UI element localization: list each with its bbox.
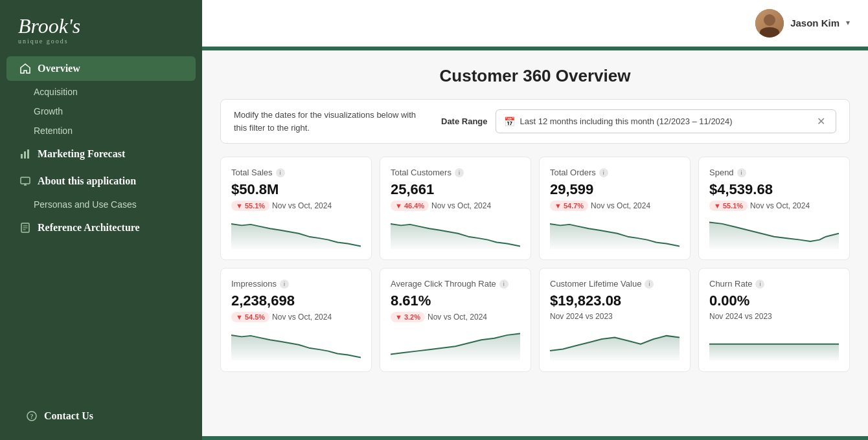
user-menu[interactable]: Jason Kim ▾ bbox=[755, 9, 850, 38]
metric-change: Nov 2024 vs 2023 bbox=[550, 312, 680, 321]
metric-title: Total Customers i bbox=[391, 168, 520, 177]
change-badge: ▼ 3.2% bbox=[391, 312, 425, 322]
sparkline bbox=[550, 217, 680, 249]
arrow-down-icon: ▼ bbox=[236, 202, 243, 210]
close-icon[interactable]: ✕ bbox=[814, 115, 828, 127]
metric-title-text: Total Customers bbox=[391, 168, 451, 177]
svg-rect-1 bbox=[24, 151, 26, 159]
sidebar-item-about-label: About this application bbox=[38, 175, 136, 187]
metric-card: Total Sales i$50.8M ▼ 55.1% Nov vs Oct, … bbox=[220, 157, 372, 260]
date-range-label: Date Range bbox=[441, 116, 488, 126]
metric-title-text: Churn Rate bbox=[709, 279, 752, 289]
change-label: Nov vs Oct, 2024 bbox=[272, 313, 332, 322]
change-badge: ▼ 55.1% bbox=[231, 201, 269, 211]
sparkline bbox=[709, 217, 839, 249]
metric-value: 8.61% bbox=[391, 292, 520, 309]
info-icon[interactable]: i bbox=[737, 168, 746, 177]
avatar bbox=[755, 9, 784, 38]
chart-icon bbox=[19, 148, 31, 160]
logo-area: Brook's unique goods bbox=[0, 0, 202, 55]
page-title: Customer 360 Overview bbox=[220, 66, 850, 86]
metric-card: Churn Rate i0.00%Nov 2024 vs 2023 bbox=[698, 268, 850, 371]
sidebar-item-reference-label: Reference Architecture bbox=[38, 222, 140, 234]
filter-right: Date Range 📅 Last 12 months including th… bbox=[441, 109, 836, 133]
monitor-icon bbox=[19, 175, 31, 187]
sidebar-item-acquisition[interactable]: Acquisition bbox=[0, 82, 202, 102]
info-icon[interactable]: i bbox=[599, 168, 608, 177]
metric-card: Impressions i2,238,698 ▼ 54.5% Nov vs Oc… bbox=[220, 268, 372, 371]
metric-title: Total Sales i bbox=[231, 168, 361, 177]
sidebar-item-personas[interactable]: Personas and Use Cases bbox=[0, 195, 202, 214]
change-pct: 46.4% bbox=[404, 202, 424, 210]
metric-title-text: Impressions bbox=[231, 279, 277, 289]
metric-card: Total Orders i29,599 ▼ 54.7% Nov vs Oct,… bbox=[539, 157, 691, 260]
metric-title: Customer Lifetime Value i bbox=[550, 279, 680, 289]
metric-card: Spend i$4,539.68 ▼ 55.1% Nov vs Oct, 202… bbox=[698, 157, 850, 260]
change-label: Nov vs Oct, 2024 bbox=[431, 201, 491, 210]
change-label: Nov 2024 vs 2023 bbox=[550, 312, 613, 321]
change-badge: ▼ 54.5% bbox=[231, 312, 269, 322]
main-content: Jason Kim ▾ Customer 360 Overview Modify… bbox=[202, 0, 868, 440]
info-icon[interactable]: i bbox=[455, 168, 464, 177]
metric-title-text: Customer Lifetime Value bbox=[550, 279, 641, 289]
sidebar-item-contact-label: Contact Us bbox=[44, 410, 93, 422]
info-icon[interactable]: i bbox=[645, 280, 654, 289]
metric-change: ▼ 54.5% Nov vs Oct, 2024 bbox=[231, 312, 361, 322]
change-label: Nov vs Oct, 2024 bbox=[272, 201, 332, 210]
metric-title-text: Spend bbox=[709, 168, 734, 177]
sidebar-item-overview[interactable]: Overview bbox=[6, 56, 196, 81]
change-badge: ▼ 55.1% bbox=[709, 201, 748, 211]
sparkline bbox=[709, 327, 839, 360]
change-pct: 3.2% bbox=[404, 313, 420, 321]
sparkline bbox=[231, 217, 361, 249]
metrics-row-1: Total Sales i$50.8M ▼ 55.1% Nov vs Oct, … bbox=[220, 157, 850, 260]
metric-change: ▼ 55.1% Nov vs Oct, 2024 bbox=[231, 201, 361, 211]
sidebar: Brook's unique goods Overview Acquisitio… bbox=[0, 0, 202, 440]
svg-rect-2 bbox=[27, 149, 29, 159]
change-label: Nov vs Oct, 2024 bbox=[591, 201, 650, 210]
change-pct: 55.1% bbox=[245, 202, 265, 210]
chevron-down-icon: ▾ bbox=[846, 18, 850, 28]
metric-title: Impressions i bbox=[231, 279, 361, 289]
bottom-green-bar bbox=[202, 436, 868, 440]
metrics-row-2: Impressions i2,238,698 ▼ 54.5% Nov vs Oc… bbox=[220, 268, 850, 371]
date-range-select[interactable]: 📅 Last 12 months including this month (1… bbox=[496, 109, 836, 133]
sidebar-item-marketing-forecast[interactable]: Marketing Forecast bbox=[6, 142, 196, 166]
sidebar-item-contact[interactable]: ? Contact Us bbox=[13, 404, 189, 428]
metric-change: Nov 2024 vs 2023 bbox=[709, 312, 839, 321]
metric-title-text: Average Click Through Rate bbox=[391, 279, 496, 289]
info-icon[interactable]: i bbox=[499, 280, 508, 289]
change-pct: 54.5% bbox=[245, 313, 265, 321]
sparkline bbox=[391, 217, 520, 249]
info-icon[interactable]: i bbox=[755, 280, 764, 289]
home-icon bbox=[19, 63, 31, 74]
change-label: Nov vs Oct, 2024 bbox=[750, 201, 810, 210]
doc-icon bbox=[19, 222, 31, 234]
arrow-down-icon: ▼ bbox=[395, 313, 402, 321]
calendar-icon: 📅 bbox=[504, 116, 515, 127]
info-icon[interactable]: i bbox=[276, 168, 285, 177]
change-label: Nov vs Oct, 2024 bbox=[428, 313, 487, 322]
metric-value: 25,661 bbox=[391, 181, 520, 198]
change-pct: 54.7% bbox=[564, 202, 584, 210]
metric-title-text: Total Orders bbox=[550, 168, 596, 177]
sidebar-item-about[interactable]: About this application bbox=[6, 169, 196, 193]
sparkline bbox=[231, 329, 361, 360]
arrow-down-icon: ▼ bbox=[554, 202, 562, 210]
metric-value: $19,823.08 bbox=[550, 292, 680, 309]
sidebar-item-growth[interactable]: Growth bbox=[0, 102, 202, 121]
metric-change: ▼ 46.4% Nov vs Oct, 2024 bbox=[391, 201, 520, 211]
change-label: Nov 2024 vs 2023 bbox=[709, 312, 772, 321]
filter-bar: Modify the dates for the visualizations … bbox=[220, 99, 850, 144]
metric-change: ▼ 54.7% Nov vs Oct, 2024 bbox=[550, 201, 680, 211]
info-icon[interactable]: i bbox=[280, 280, 289, 289]
page-body: Customer 360 Overview Modify the dates f… bbox=[202, 50, 868, 436]
sidebar-item-retention[interactable]: Retention bbox=[0, 121, 202, 140]
metric-value: 2,238,698 bbox=[231, 292, 361, 309]
date-range-value: Last 12 months including this month (12/… bbox=[520, 116, 733, 126]
metric-card: Customer Lifetime Value i$19,823.08Nov 2… bbox=[539, 268, 691, 371]
sidebar-item-marketing-label: Marketing Forecast bbox=[38, 148, 125, 160]
metric-value: $4,539.68 bbox=[709, 181, 839, 198]
sidebar-item-reference[interactable]: Reference Architecture bbox=[6, 215, 196, 240]
arrow-down-icon: ▼ bbox=[236, 313, 243, 321]
